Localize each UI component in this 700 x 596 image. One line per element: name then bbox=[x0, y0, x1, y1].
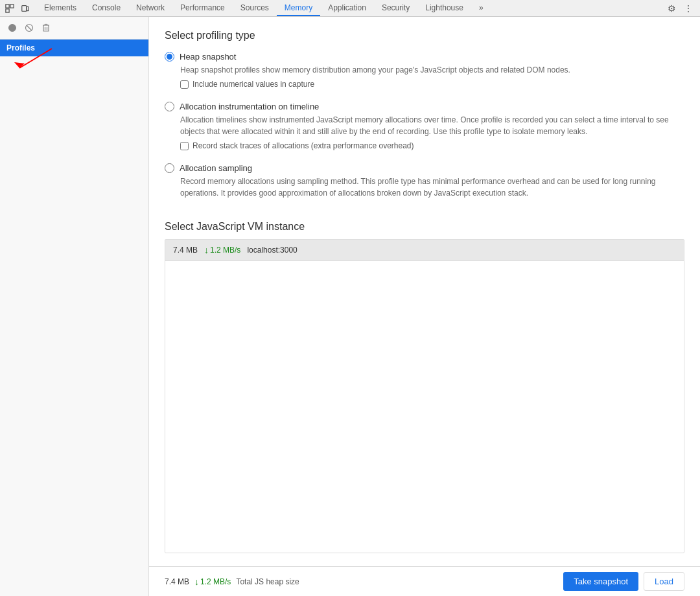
svg-rect-4 bbox=[27, 6, 29, 10]
clear-profiles-button[interactable] bbox=[22, 21, 36, 35]
svg-rect-1 bbox=[10, 4, 14, 7]
tab-console[interactable]: Console bbox=[84, 0, 128, 16]
allocation-sampling-option: Allocation sampling Record memory alloca… bbox=[165, 163, 684, 203]
record-stack-traces-label[interactable]: Record stack traces of allocations (extr… bbox=[192, 141, 414, 150]
svg-marker-15 bbox=[14, 62, 25, 68]
footer-buttons: Take snapshot Load bbox=[563, 572, 684, 591]
record-button[interactable] bbox=[5, 21, 19, 35]
svg-line-7 bbox=[27, 25, 32, 30]
allocation-timeline-desc: Allocation timelines show instrumented J… bbox=[180, 114, 684, 137]
devtools-tab-bar: Elements Console Network Performance Sou… bbox=[0, 0, 700, 17]
tab-sources[interactable]: Sources bbox=[233, 0, 277, 16]
tab-application[interactable]: Application bbox=[320, 0, 374, 16]
vm-rate-value: 1.2 MB/s bbox=[210, 246, 240, 255]
more-options-icon[interactable]: ⋮ bbox=[682, 2, 695, 15]
heap-snapshot-desc: Heap snapshot profiles show memory distr… bbox=[180, 64, 684, 76]
heap-snapshot-option: Heap snapshot Heap snapshot profiles sho… bbox=[165, 52, 684, 89]
vm-instance-row[interactable]: 7.4 MB ↓ 1.2 MB/s localhost:3000 bbox=[165, 240, 684, 261]
settings-icon[interactable]: ⚙ bbox=[665, 2, 678, 15]
include-numerical-checkbox[interactable] bbox=[180, 80, 189, 89]
device-toolbar-icon[interactable] bbox=[18, 1, 32, 16]
allocation-sampling-desc: Record memory allocations using sampling… bbox=[180, 176, 684, 199]
svg-rect-0 bbox=[6, 4, 9, 7]
allocation-timeline-label[interactable]: Allocation instrumentation on timeline bbox=[180, 102, 319, 111]
profiling-type-title: Select profiling type bbox=[165, 30, 684, 41]
include-numerical-label[interactable]: Include numerical values in capture bbox=[192, 80, 314, 89]
heap-snapshot-label[interactable]: Heap snapshot bbox=[180, 52, 236, 62]
tab-security[interactable]: Security bbox=[374, 0, 417, 16]
tab-performance[interactable]: Performance bbox=[172, 0, 233, 16]
inspect-icon[interactable] bbox=[3, 1, 17, 16]
sidebar-toolbar bbox=[0, 17, 148, 40]
heap-snapshot-radio[interactable] bbox=[165, 52, 174, 62]
footer-down-arrow-icon: ↓ bbox=[194, 577, 199, 587]
profiling-options: Heap snapshot Heap snapshot profiles sho… bbox=[165, 52, 684, 203]
profiles-label[interactable]: Profiles bbox=[0, 40, 148, 56]
garbage-collect-button[interactable] bbox=[39, 21, 53, 35]
footer-size: 7.4 MB bbox=[165, 577, 189, 586]
vm-instance-list: 7.4 MB ↓ 1.2 MB/s localhost:3000 bbox=[165, 239, 684, 553]
vm-size: 7.4 MB bbox=[173, 246, 198, 255]
vm-rate: ↓ 1.2 MB/s bbox=[204, 245, 240, 255]
footer-rate: ↓ 1.2 MB/s bbox=[194, 577, 231, 587]
tab-elements[interactable]: Elements bbox=[36, 0, 84, 16]
footer-rate-value: 1.2 MB/s bbox=[200, 577, 231, 586]
take-snapshot-button[interactable]: Take snapshot bbox=[563, 572, 638, 591]
sidebar: Profiles bbox=[0, 17, 149, 596]
vm-host: localhost:3000 bbox=[247, 246, 297, 255]
tab-memory[interactable]: Memory bbox=[277, 0, 320, 16]
allocation-timeline-option: Allocation instrumentation on timeline A… bbox=[165, 102, 684, 150]
tab-network[interactable]: Network bbox=[128, 0, 172, 16]
svg-rect-3 bbox=[22, 5, 27, 11]
load-button[interactable]: Load bbox=[644, 572, 684, 591]
vm-section-title: Select JavaScript VM instance bbox=[165, 221, 684, 233]
footer-label: Total JS heap size bbox=[236, 577, 299, 586]
allocation-sampling-radio[interactable] bbox=[165, 163, 174, 173]
tab-overflow[interactable]: » bbox=[471, 0, 491, 16]
main-content: Select profiling type Heap snapshot Heap… bbox=[149, 17, 700, 566]
allocation-timeline-radio[interactable] bbox=[165, 102, 174, 111]
svg-point-5 bbox=[9, 25, 16, 32]
record-stack-traces-checkbox[interactable] bbox=[180, 142, 189, 150]
allocation-sampling-label[interactable]: Allocation sampling bbox=[180, 163, 252, 173]
down-arrow-icon: ↓ bbox=[204, 245, 209, 255]
tab-lighthouse[interactable]: Lighthouse bbox=[417, 0, 471, 16]
footer: 7.4 MB ↓ 1.2 MB/s Total JS heap size Tak… bbox=[149, 566, 700, 596]
svg-rect-2 bbox=[6, 8, 9, 12]
